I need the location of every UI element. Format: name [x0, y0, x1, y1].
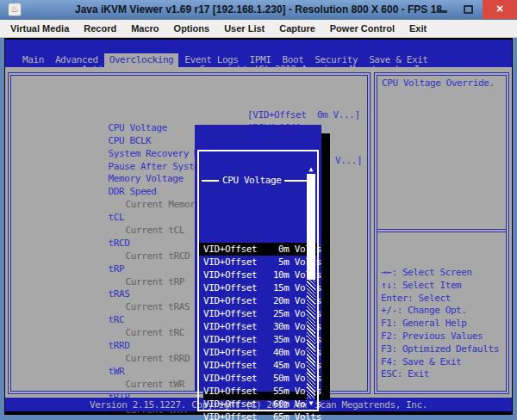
bios-tab[interactable]: Advanced	[50, 53, 103, 67]
bios-tab[interactable]: Boot	[277, 53, 308, 67]
popup-option[interactable]: VID+Offset 65m Volts	[199, 411, 317, 420]
bios-tab[interactable]: Overclocking	[104, 53, 179, 67]
help-divider	[377, 229, 506, 232]
popup-option[interactable]: VID+Offset 5m Volts	[199, 256, 317, 269]
popup-option[interactable]: VID+Offset 10m Volts	[199, 269, 317, 281]
scroll-track[interactable]	[307, 174, 315, 398]
ikvm-viewer-window: ♨ Java iKVM Viewer v1.69 r17 [192.168.1.…	[0, 0, 517, 420]
bios-tab[interactable]: Event Logs	[179, 53, 243, 67]
hotkey-help-line: F3: Optimized Defaults	[381, 343, 506, 356]
cpu-voltage-popup: CPU Voltage VID+Offset 0m VoltsVID+Offse…	[195, 125, 321, 392]
popup-scrollbar[interactable]: ▲ ▼	[307, 164, 315, 408]
bios-screen: Aptio Setup Utility - Copyright (C) 2012…	[5, 40, 512, 413]
menu-bar: Virtual MediaRecordMacroOptionsUser List…	[0, 20, 517, 38]
remote-screen-area: Aptio Setup Utility - Copyright (C) 2012…	[4, 38, 513, 415]
popup-option[interactable]: VID+Offset 20m Volts	[199, 294, 317, 307]
bios-tab[interactable]: Main	[17, 53, 49, 67]
hotkey-help-line: +/-: Change Opt.	[381, 305, 506, 318]
help-panel: CPU Voltage Override. →←: Select Screen↑…	[374, 72, 509, 394]
maximize-icon	[464, 5, 473, 14]
window-titlebar: ♨ Java iKVM Viewer v1.69 r17 [192.168.1.…	[0, 0, 517, 20]
item-help-text: CPU Voltage Override.	[382, 77, 495, 89]
minimize-icon	[439, 10, 447, 13]
popup-option[interactable]: VID+Offset 0m Volts	[199, 243, 317, 256]
popup-option[interactable]: VID+Offset 25m Volts	[199, 307, 317, 320]
title-dash-left	[202, 180, 219, 182]
hotkey-help-line: Enter: Select	[381, 293, 506, 306]
bios-tab[interactable]: Save & Exit	[364, 53, 433, 67]
hotkey-help-line: F2: Previous Values	[381, 330, 506, 343]
menu-item[interactable]: Macro	[131, 23, 159, 34]
popup-option[interactable]: VID+Offset 50m Volts	[199, 372, 317, 385]
occluded-value-fragment: V...]	[335, 155, 362, 166]
popup-option[interactable]: VID+Offset 40m Volts	[199, 346, 317, 359]
scroll-thumb[interactable]	[307, 174, 315, 280]
bios-main-area: CPU Voltage [VID+Offset 0m V...] CPU BCL…	[5, 67, 512, 398]
bios-tab[interactable]: Security	[309, 53, 363, 67]
hotkey-help-line: ↑↓: Select Item	[381, 280, 506, 293]
close-button[interactable]: ×	[483, 0, 517, 19]
popup-frame: CPU Voltage VID+Offset 0m VoltsVID+Offse…	[197, 150, 319, 411]
hotkey-help-line: →←: Select Screen	[381, 267, 506, 280]
menu-item[interactable]: Exit	[409, 23, 427, 34]
hotkey-help-line: F1: General Help	[381, 318, 506, 330]
hotkey-help-line: F4: Save & Exit	[381, 356, 506, 369]
popup-option[interactable]: VID+Offset 30m Volts	[199, 320, 317, 333]
hotkey-help-list: →←: Select Screen↑↓: Select ItemEnter: S…	[381, 233, 506, 381]
popup-title: CPU Voltage	[199, 174, 317, 187]
bios-tab[interactable]: IPMI	[245, 53, 277, 67]
menu-item[interactable]: Options	[174, 23, 210, 34]
popup-option-list: VID+Offset 0m VoltsVID+Offset 5m VoltsVI…	[199, 209, 317, 420]
bios-option-row[interactable]: CPU Voltage [VID+Offset 0m V...]	[11, 109, 367, 122]
maximize-button[interactable]	[458, 0, 479, 19]
option-value: [VID+Offset 0m V...]	[247, 109, 360, 122]
popup-option[interactable]: VID+Offset 35m Volts	[199, 333, 317, 346]
popup-option[interactable]: VID+Offset 55m Volts	[199, 385, 317, 398]
popup-option[interactable]: VID+Offset 45m Volts	[199, 359, 317, 372]
menu-item[interactable]: Record	[84, 23, 116, 34]
minimize-button[interactable]	[433, 0, 453, 19]
scroll-down-icon[interactable]: ▼	[307, 398, 315, 408]
hotkey-help-line: ESC: Exit	[381, 368, 506, 381]
menu-item[interactable]: Capture	[279, 23, 315, 34]
scroll-up-icon[interactable]: ▲	[307, 164, 315, 174]
popup-option[interactable]: VID+Offset 15m Volts	[199, 281, 317, 294]
menu-item[interactable]: User List	[224, 23, 265, 34]
menu-item[interactable]: Virtual Media	[10, 23, 69, 34]
menu-item[interactable]: Power Control	[330, 23, 395, 34]
bios-header: Aptio Setup Utility - Copyright (C) 2012…	[5, 40, 512, 67]
bios-tab-bar: MainAdvancedOverclockingEvent LogsIPMIBo…	[17, 53, 512, 67]
popup-option[interactable]: VID+Offset 60m Volts	[199, 398, 317, 411]
